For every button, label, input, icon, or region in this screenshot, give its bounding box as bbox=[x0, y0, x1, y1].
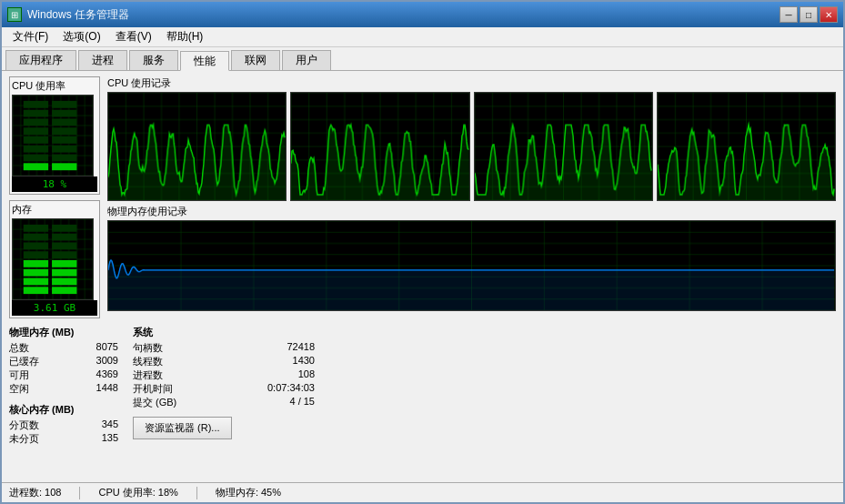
cpu-chart-4 bbox=[657, 92, 836, 201]
core-row-1: 未分页 135 bbox=[9, 432, 118, 446]
top-section: CPU 使用率 18 % 内存 3.61 GB bbox=[9, 76, 836, 318]
tabs-bar: 应用程序 进程 服务 性能 联网 用户 bbox=[2, 47, 843, 71]
cpu-charts-container bbox=[107, 92, 836, 201]
phys-row-1: 已缓存 3009 bbox=[9, 355, 118, 368]
sys-row-3: 开机时间 0:07:34:03 bbox=[133, 382, 315, 396]
window-controls: ─ □ ✕ bbox=[780, 6, 838, 23]
sys-row-0: 句柄数 72418 bbox=[133, 341, 315, 355]
close-button[interactable]: ✕ bbox=[820, 6, 838, 23]
phys-row-3: 空闲 1448 bbox=[9, 382, 118, 396]
cpu-chart-1 bbox=[107, 92, 287, 201]
title-bar: ⊞ Windows 任务管理器 ─ □ ✕ bbox=[2, 2, 843, 27]
window-title: Windows 任务管理器 bbox=[27, 7, 780, 23]
core-row-0: 分页数 345 bbox=[9, 418, 118, 432]
app-icon: ⊞ bbox=[7, 7, 22, 22]
tab-performance[interactable]: 性能 bbox=[180, 51, 229, 71]
physical-memory-title: 物理内存 (MB) bbox=[9, 326, 118, 339]
main-window: ⊞ Windows 任务管理器 ─ □ ✕ 文件(F) 选项(O) 查看(V) … bbox=[0, 0, 845, 504]
cpu-gauge-value: 18 % bbox=[12, 176, 97, 192]
status-divider-2 bbox=[196, 487, 197, 499]
charts-panel: CPU 使用记录 bbox=[107, 76, 836, 318]
menu-bar: 文件(F) 选项(O) 查看(V) 帮助(H) bbox=[2, 27, 843, 47]
status-bar: 进程数: 108 CPU 使用率: 18% 物理内存: 45% bbox=[2, 482, 843, 502]
cpu-gauge-label: CPU 使用率 bbox=[12, 79, 97, 93]
memory-gauge-label: 内存 bbox=[12, 203, 97, 217]
status-cpu: CPU 使用率: 18% bbox=[98, 486, 177, 499]
tab-applications[interactable]: 应用程序 bbox=[5, 50, 76, 70]
status-processes: 进程数: 108 bbox=[9, 486, 61, 499]
resource-monitor-button[interactable]: 资源监视器 (R)... bbox=[133, 417, 232, 439]
sys-row-2: 进程数 108 bbox=[133, 368, 315, 382]
content-area: CPU 使用率 18 % 内存 3.61 GB bbox=[2, 71, 843, 482]
tab-users[interactable]: 用户 bbox=[282, 50, 331, 70]
bottom-info: 物理内存 (MB) 总数 8075 已缓存 3009 可用 4369 空闲 14… bbox=[9, 322, 836, 446]
cpu-gauge-display bbox=[12, 95, 94, 176]
phys-row-0: 总数 8075 bbox=[9, 341, 118, 355]
sys-row-1: 线程数 1430 bbox=[133, 355, 315, 368]
menu-file[interactable]: 文件(F) bbox=[5, 27, 55, 46]
phys-row-2: 可用 4369 bbox=[9, 368, 118, 382]
left-panel: CPU 使用率 18 % 内存 3.61 GB bbox=[9, 76, 100, 318]
memory-chart-section: 物理内存使用记录 bbox=[107, 205, 836, 311]
memory-chart-label: 物理内存使用记录 bbox=[107, 205, 836, 218]
tab-network[interactable]: 联网 bbox=[231, 50, 280, 70]
system-title: 系统 bbox=[133, 326, 315, 339]
cpu-chart-2 bbox=[290, 92, 469, 201]
cpu-gauge-box: CPU 使用率 18 % bbox=[9, 76, 100, 195]
cpu-chart-3 bbox=[474, 92, 653, 201]
system-block: 系统 句柄数 72418 线程数 1430 进程数 108 开机时间 0:07:… bbox=[133, 326, 315, 446]
core-memory-title: 核心内存 (MB) bbox=[9, 403, 118, 417]
tab-services[interactable]: 服务 bbox=[129, 50, 178, 70]
menu-view[interactable]: 查看(V) bbox=[108, 27, 159, 46]
status-divider-1 bbox=[79, 487, 80, 499]
memory-gauge-display bbox=[12, 218, 94, 300]
menu-help[interactable]: 帮助(H) bbox=[159, 27, 211, 46]
maximize-button[interactable]: □ bbox=[800, 6, 818, 23]
memory-gauge-box: 内存 3.61 GB bbox=[9, 200, 100, 318]
cpu-charts-section: CPU 使用记录 bbox=[107, 76, 836, 201]
status-memory: 物理内存: 45% bbox=[216, 486, 281, 499]
cpu-chart-label: CPU 使用记录 bbox=[107, 76, 836, 90]
memory-gauge-value: 3.61 GB bbox=[12, 300, 97, 316]
physical-memory-block: 物理内存 (MB) 总数 8075 已缓存 3009 可用 4369 空闲 14… bbox=[9, 326, 118, 446]
minimize-button[interactable]: ─ bbox=[780, 6, 798, 23]
memory-chart bbox=[107, 220, 836, 311]
sys-row-4: 提交 (GB) 4 / 15 bbox=[133, 396, 315, 409]
menu-options[interactable]: 选项(O) bbox=[55, 27, 107, 46]
tab-processes[interactable]: 进程 bbox=[78, 50, 127, 70]
